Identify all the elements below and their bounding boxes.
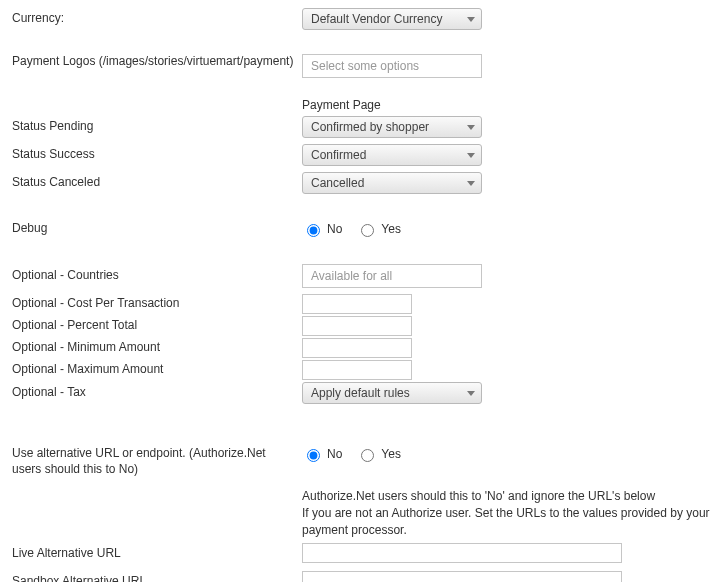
optional-min-amount-label: Optional - Minimum Amount — [12, 340, 302, 356]
optional-cost-per-tx-input[interactable] — [302, 294, 412, 314]
alt-url-radio-yes[interactable] — [361, 449, 374, 462]
chevron-down-icon — [467, 153, 475, 158]
optional-max-amount-label: Optional - Maximum Amount — [12, 362, 302, 378]
optional-tax-label: Optional - Tax — [12, 385, 302, 401]
live-url-label: Live Alternative URL — [12, 546, 302, 562]
debug-label-no: No — [327, 222, 342, 236]
live-url-input[interactable] — [302, 543, 622, 563]
sandbox-url-label: Sandbox Alternative URL — [12, 574, 302, 582]
currency-label: Currency: — [12, 11, 302, 27]
optional-tax-select[interactable]: Apply default rules — [302, 382, 482, 404]
optional-max-amount-input[interactable] — [302, 360, 412, 380]
debug-radio-yes[interactable] — [361, 224, 374, 237]
debug-label: Debug — [12, 221, 302, 237]
sandbox-url-input[interactable] — [302, 571, 622, 582]
status-canceled-label: Status Canceled — [12, 175, 302, 191]
payment-logos-label: Payment Logos (/images/stories/virtuemar… — [12, 54, 302, 70]
payment-logos-select[interactable]: Select some options — [302, 54, 482, 78]
alt-url-help-2: If you are not an Authorize user. Set th… — [302, 505, 712, 539]
optional-countries-placeholder: Available for all — [311, 269, 392, 283]
optional-tax-value: Apply default rules — [311, 386, 410, 400]
status-success-value: Confirmed — [311, 148, 366, 162]
status-success-select[interactable]: Confirmed — [302, 144, 482, 166]
chevron-down-icon — [467, 181, 475, 186]
optional-countries-select[interactable]: Available for all — [302, 264, 482, 288]
status-canceled-value: Cancelled — [311, 176, 364, 190]
optional-countries-label: Optional - Countries — [12, 268, 302, 284]
alt-url-label: Use alternative URL or endpoint. (Author… — [12, 446, 302, 477]
currency-select-value: Default Vendor Currency — [311, 12, 442, 26]
optional-percent-total-label: Optional - Percent Total — [12, 318, 302, 334]
chevron-down-icon — [467, 125, 475, 130]
status-pending-label: Status Pending — [12, 119, 302, 135]
status-canceled-select[interactable]: Cancelled — [302, 172, 482, 194]
debug-radio-no[interactable] — [307, 224, 320, 237]
optional-cost-per-tx-label: Optional - Cost Per Transaction — [12, 296, 302, 312]
alt-url-label-yes: Yes — [381, 447, 401, 461]
status-pending-select[interactable]: Confirmed by shopper — [302, 116, 482, 138]
alt-url-help-1: Authorize.Net users should this to 'No' … — [302, 488, 712, 505]
payment-page-heading: Payment Page — [302, 98, 719, 112]
chevron-down-icon — [467, 17, 475, 22]
payment-logos-placeholder: Select some options — [311, 59, 419, 73]
status-pending-value: Confirmed by shopper — [311, 120, 429, 134]
debug-label-yes: Yes — [381, 222, 401, 236]
chevron-down-icon — [467, 391, 475, 396]
optional-percent-total-input[interactable] — [302, 316, 412, 336]
alt-url-label-no: No — [327, 447, 342, 461]
currency-select[interactable]: Default Vendor Currency — [302, 8, 482, 30]
optional-min-amount-input[interactable] — [302, 338, 412, 358]
alt-url-radio-no[interactable] — [307, 449, 320, 462]
status-success-label: Status Success — [12, 147, 302, 163]
